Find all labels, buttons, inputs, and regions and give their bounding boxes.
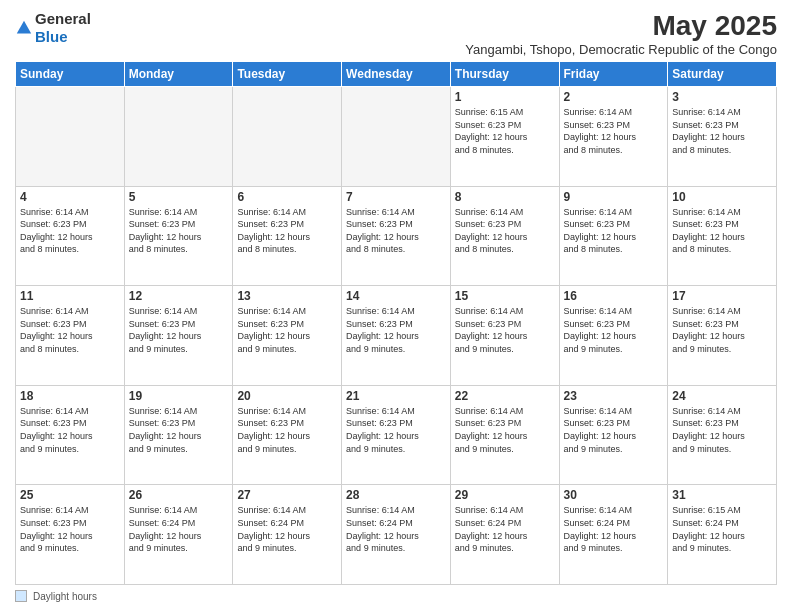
day-info-2-1: Sunrise: 6:14 AM Sunset: 6:23 PM Dayligh… bbox=[129, 305, 229, 355]
cell-1-6: 10Sunrise: 6:14 AM Sunset: 6:23 PM Dayli… bbox=[668, 186, 777, 286]
day-num-1-5: 9 bbox=[564, 190, 664, 204]
day-num-3-4: 22 bbox=[455, 389, 555, 403]
cell-2-2: 13Sunrise: 6:14 AM Sunset: 6:23 PM Dayli… bbox=[233, 286, 342, 386]
cell-0-4: 1Sunrise: 6:15 AM Sunset: 6:23 PM Daylig… bbox=[450, 87, 559, 187]
header: General Blue May 2025 Yangambi, Tshopo, … bbox=[15, 10, 777, 57]
logo-general: General bbox=[35, 10, 91, 27]
cell-4-4: 29Sunrise: 6:14 AM Sunset: 6:24 PM Dayli… bbox=[450, 485, 559, 585]
cell-1-5: 9Sunrise: 6:14 AM Sunset: 6:23 PM Daylig… bbox=[559, 186, 668, 286]
logo-icon bbox=[15, 19, 33, 37]
cell-2-1: 12Sunrise: 6:14 AM Sunset: 6:23 PM Dayli… bbox=[124, 286, 233, 386]
cell-0-2 bbox=[233, 87, 342, 187]
day-num-2-5: 16 bbox=[564, 289, 664, 303]
day-num-4-1: 26 bbox=[129, 488, 229, 502]
cell-4-6: 31Sunrise: 6:15 AM Sunset: 6:24 PM Dayli… bbox=[668, 485, 777, 585]
day-info-2-6: Sunrise: 6:14 AM Sunset: 6:23 PM Dayligh… bbox=[672, 305, 772, 355]
day-num-0-6: 3 bbox=[672, 90, 772, 104]
cell-1-4: 8Sunrise: 6:14 AM Sunset: 6:23 PM Daylig… bbox=[450, 186, 559, 286]
week-row-2: 11Sunrise: 6:14 AM Sunset: 6:23 PM Dayli… bbox=[16, 286, 777, 386]
day-info-4-0: Sunrise: 6:14 AM Sunset: 6:23 PM Dayligh… bbox=[20, 504, 120, 554]
week-row-4: 25Sunrise: 6:14 AM Sunset: 6:23 PM Dayli… bbox=[16, 485, 777, 585]
cell-3-6: 24Sunrise: 6:14 AM Sunset: 6:23 PM Dayli… bbox=[668, 385, 777, 485]
cell-3-2: 20Sunrise: 6:14 AM Sunset: 6:23 PM Dayli… bbox=[233, 385, 342, 485]
day-info-1-5: Sunrise: 6:14 AM Sunset: 6:23 PM Dayligh… bbox=[564, 206, 664, 256]
day-num-0-5: 2 bbox=[564, 90, 664, 104]
day-info-3-6: Sunrise: 6:14 AM Sunset: 6:23 PM Dayligh… bbox=[672, 405, 772, 455]
day-num-4-0: 25 bbox=[20, 488, 120, 502]
day-info-1-0: Sunrise: 6:14 AM Sunset: 6:23 PM Dayligh… bbox=[20, 206, 120, 256]
cell-1-3: 7Sunrise: 6:14 AM Sunset: 6:23 PM Daylig… bbox=[342, 186, 451, 286]
day-num-0-4: 1 bbox=[455, 90, 555, 104]
day-info-3-5: Sunrise: 6:14 AM Sunset: 6:23 PM Dayligh… bbox=[564, 405, 664, 455]
day-info-1-3: Sunrise: 6:14 AM Sunset: 6:23 PM Dayligh… bbox=[346, 206, 446, 256]
day-num-4-2: 27 bbox=[237, 488, 337, 502]
week-row-3: 18Sunrise: 6:14 AM Sunset: 6:23 PM Dayli… bbox=[16, 385, 777, 485]
weekday-header-row: Sunday Monday Tuesday Wednesday Thursday… bbox=[16, 62, 777, 87]
day-info-2-4: Sunrise: 6:14 AM Sunset: 6:23 PM Dayligh… bbox=[455, 305, 555, 355]
day-num-3-3: 21 bbox=[346, 389, 446, 403]
cell-0-1 bbox=[124, 87, 233, 187]
day-num-3-0: 18 bbox=[20, 389, 120, 403]
day-info-4-1: Sunrise: 6:14 AM Sunset: 6:24 PM Dayligh… bbox=[129, 504, 229, 554]
day-num-3-1: 19 bbox=[129, 389, 229, 403]
cell-3-5: 23Sunrise: 6:14 AM Sunset: 6:23 PM Dayli… bbox=[559, 385, 668, 485]
cell-0-5: 2Sunrise: 6:14 AM Sunset: 6:23 PM Daylig… bbox=[559, 87, 668, 187]
day-info-4-2: Sunrise: 6:14 AM Sunset: 6:24 PM Dayligh… bbox=[237, 504, 337, 554]
header-tuesday: Tuesday bbox=[233, 62, 342, 87]
daylight-box bbox=[15, 590, 27, 602]
day-info-2-3: Sunrise: 6:14 AM Sunset: 6:23 PM Dayligh… bbox=[346, 305, 446, 355]
cell-0-3 bbox=[342, 87, 451, 187]
day-info-0-5: Sunrise: 6:14 AM Sunset: 6:23 PM Dayligh… bbox=[564, 106, 664, 156]
week-row-1: 4Sunrise: 6:14 AM Sunset: 6:23 PM Daylig… bbox=[16, 186, 777, 286]
cell-2-4: 15Sunrise: 6:14 AM Sunset: 6:23 PM Dayli… bbox=[450, 286, 559, 386]
day-num-3-5: 23 bbox=[564, 389, 664, 403]
day-num-4-4: 29 bbox=[455, 488, 555, 502]
day-num-4-3: 28 bbox=[346, 488, 446, 502]
day-info-4-5: Sunrise: 6:14 AM Sunset: 6:24 PM Dayligh… bbox=[564, 504, 664, 554]
header-monday: Monday bbox=[124, 62, 233, 87]
day-info-1-1: Sunrise: 6:14 AM Sunset: 6:23 PM Dayligh… bbox=[129, 206, 229, 256]
day-info-3-2: Sunrise: 6:14 AM Sunset: 6:23 PM Dayligh… bbox=[237, 405, 337, 455]
cell-4-3: 28Sunrise: 6:14 AM Sunset: 6:24 PM Dayli… bbox=[342, 485, 451, 585]
day-num-1-6: 10 bbox=[672, 190, 772, 204]
logo-text: General Blue bbox=[35, 10, 91, 46]
day-num-1-2: 6 bbox=[237, 190, 337, 204]
title-block: May 2025 Yangambi, Tshopo, Democratic Re… bbox=[465, 10, 777, 57]
header-sunday: Sunday bbox=[16, 62, 125, 87]
footer-label: Daylight hours bbox=[33, 591, 97, 602]
location-title: Yangambi, Tshopo, Democratic Republic of… bbox=[465, 42, 777, 57]
cell-3-4: 22Sunrise: 6:14 AM Sunset: 6:23 PM Dayli… bbox=[450, 385, 559, 485]
cell-0-6: 3Sunrise: 6:14 AM Sunset: 6:23 PM Daylig… bbox=[668, 87, 777, 187]
day-num-4-5: 30 bbox=[564, 488, 664, 502]
day-num-1-4: 8 bbox=[455, 190, 555, 204]
month-title: May 2025 bbox=[465, 10, 777, 42]
day-info-1-4: Sunrise: 6:14 AM Sunset: 6:23 PM Dayligh… bbox=[455, 206, 555, 256]
calendar-body: 1Sunrise: 6:15 AM Sunset: 6:23 PM Daylig… bbox=[16, 87, 777, 585]
day-info-3-0: Sunrise: 6:14 AM Sunset: 6:23 PM Dayligh… bbox=[20, 405, 120, 455]
cell-4-1: 26Sunrise: 6:14 AM Sunset: 6:24 PM Dayli… bbox=[124, 485, 233, 585]
day-info-1-6: Sunrise: 6:14 AM Sunset: 6:23 PM Dayligh… bbox=[672, 206, 772, 256]
week-row-0: 1Sunrise: 6:15 AM Sunset: 6:23 PM Daylig… bbox=[16, 87, 777, 187]
cell-4-0: 25Sunrise: 6:14 AM Sunset: 6:23 PM Dayli… bbox=[16, 485, 125, 585]
cell-1-0: 4Sunrise: 6:14 AM Sunset: 6:23 PM Daylig… bbox=[16, 186, 125, 286]
day-info-0-4: Sunrise: 6:15 AM Sunset: 6:23 PM Dayligh… bbox=[455, 106, 555, 156]
header-saturday: Saturday bbox=[668, 62, 777, 87]
day-info-3-3: Sunrise: 6:14 AM Sunset: 6:23 PM Dayligh… bbox=[346, 405, 446, 455]
day-info-3-1: Sunrise: 6:14 AM Sunset: 6:23 PM Dayligh… bbox=[129, 405, 229, 455]
cell-3-3: 21Sunrise: 6:14 AM Sunset: 6:23 PM Dayli… bbox=[342, 385, 451, 485]
day-num-2-3: 14 bbox=[346, 289, 446, 303]
day-info-1-2: Sunrise: 6:14 AM Sunset: 6:23 PM Dayligh… bbox=[237, 206, 337, 256]
calendar: Sunday Monday Tuesday Wednesday Thursday… bbox=[15, 61, 777, 585]
header-thursday: Thursday bbox=[450, 62, 559, 87]
day-info-4-4: Sunrise: 6:14 AM Sunset: 6:24 PM Dayligh… bbox=[455, 504, 555, 554]
cell-4-5: 30Sunrise: 6:14 AM Sunset: 6:24 PM Dayli… bbox=[559, 485, 668, 585]
cell-2-6: 17Sunrise: 6:14 AM Sunset: 6:23 PM Dayli… bbox=[668, 286, 777, 386]
day-num-4-6: 31 bbox=[672, 488, 772, 502]
svg-marker-0 bbox=[17, 21, 31, 34]
cell-4-2: 27Sunrise: 6:14 AM Sunset: 6:24 PM Dayli… bbox=[233, 485, 342, 585]
header-friday: Friday bbox=[559, 62, 668, 87]
cell-0-0 bbox=[16, 87, 125, 187]
day-num-3-6: 24 bbox=[672, 389, 772, 403]
day-num-1-0: 4 bbox=[20, 190, 120, 204]
cell-1-1: 5Sunrise: 6:14 AM Sunset: 6:23 PM Daylig… bbox=[124, 186, 233, 286]
